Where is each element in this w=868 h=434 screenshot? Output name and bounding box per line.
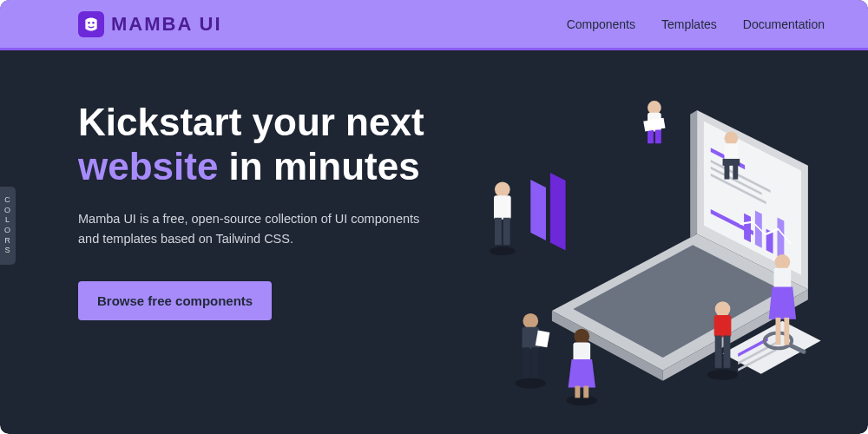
hero-title: Kickstart your next website in minutes: [78, 101, 441, 188]
svg-rect-33: [648, 130, 654, 144]
svg-rect-44: [503, 218, 510, 245]
svg-rect-60: [573, 342, 590, 361]
svg-rect-19: [744, 214, 751, 243]
svg-point-1: [92, 22, 95, 23]
svg-rect-43: [495, 218, 502, 245]
svg-point-36: [724, 131, 738, 145]
svg-point-41: [495, 182, 510, 198]
svg-rect-62: [575, 386, 580, 398]
nav-templates[interactable]: Templates: [661, 17, 717, 31]
svg-rect-35: [643, 118, 665, 132]
svg-rect-46: [773, 268, 791, 289]
svg-marker-61: [568, 359, 595, 387]
mamba-logo-icon: [78, 11, 104, 37]
browse-components-button[interactable]: Browse free components: [78, 281, 272, 320]
svg-point-59: [574, 329, 589, 345]
svg-point-0: [88, 22, 90, 23]
svg-point-45: [774, 254, 790, 270]
svg-rect-30: [549, 173, 565, 251]
nav-components[interactable]: Components: [567, 17, 635, 31]
hero-title-part1: Kickstart your next: [78, 101, 424, 143]
svg-marker-12: [690, 110, 697, 239]
svg-rect-52: [714, 336, 721, 368]
svg-rect-51: [713, 315, 731, 338]
svg-rect-37: [724, 143, 738, 161]
svg-marker-47: [768, 286, 795, 319]
svg-rect-34: [654, 130, 661, 144]
hero-content: Kickstart your next website in minutes M…: [78, 85, 441, 434]
hero-title-part2: in minutes: [218, 145, 419, 187]
site-header: MAMBA UI Components Templates Documentat…: [0, 0, 868, 50]
svg-rect-40: [733, 164, 738, 180]
nav-documentation[interactable]: Documentation: [743, 17, 825, 31]
svg-rect-42: [494, 195, 511, 220]
hero-title-accent: website: [78, 145, 218, 187]
svg-point-5: [566, 395, 596, 405]
svg-rect-55: [522, 327, 539, 350]
brand[interactable]: MAMBA UI: [78, 11, 222, 37]
hero-illustration: [441, 85, 833, 434]
svg-point-31: [648, 101, 661, 115]
laptop-people-illustration-icon: [441, 85, 833, 434]
svg-rect-39: [724, 164, 729, 180]
svg-rect-56: [523, 347, 529, 378]
svg-point-2: [707, 370, 737, 380]
colors-sidebar-tab[interactable]: COLORS: [0, 187, 16, 265]
svg-rect-48: [775, 318, 780, 345]
svg-rect-49: [784, 318, 789, 345]
svg-rect-57: [531, 347, 538, 378]
svg-point-6: [490, 247, 516, 255]
hero-section: Kickstart your next website in minutes M…: [0, 50, 868, 434]
svg-rect-53: [723, 336, 730, 368]
page-container: MAMBA UI Components Templates Documentat…: [0, 0, 868, 434]
svg-point-50: [714, 301, 730, 317]
svg-rect-63: [583, 386, 589, 398]
svg-rect-22: [777, 218, 784, 260]
svg-point-4: [515, 378, 545, 389]
svg-rect-29: [530, 180, 546, 240]
main-nav: Components Templates Documentation: [567, 17, 825, 31]
hero-description: Mamba UI is a free, open-source collecti…: [78, 209, 441, 249]
svg-point-54: [523, 313, 538, 329]
brand-name: MAMBA UI: [111, 13, 222, 36]
